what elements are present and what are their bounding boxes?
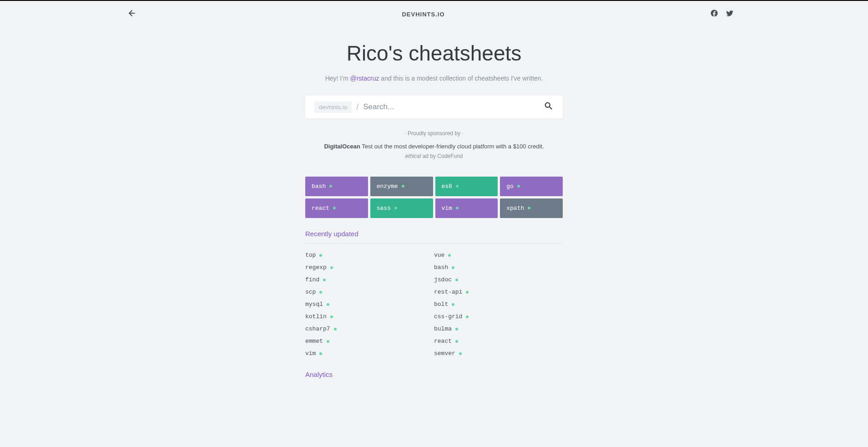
- recent-item-find[interactable]: find: [305, 274, 434, 286]
- status-dot-icon: [333, 207, 336, 209]
- recent-item-label: semver: [434, 350, 455, 357]
- search-input[interactable]: [363, 102, 544, 112]
- status-dot-icon: [329, 185, 332, 188]
- recent-item-label: vue: [434, 252, 444, 259]
- recent-item-vim[interactable]: vim: [305, 347, 434, 360]
- status-dot-icon: [456, 185, 459, 188]
- section-recently-updated: Recently updated: [305, 230, 563, 244]
- page-subtitle: Hey! I'm @rstacruz and this is a modest …: [305, 75, 563, 82]
- recent-item-regexp[interactable]: regexp: [305, 261, 434, 274]
- featured-tile-label: es6: [442, 183, 452, 190]
- featured-tile-go[interactable]: go: [500, 177, 563, 196]
- search-box: devhints.io /: [305, 96, 563, 118]
- recent-item-emmet[interactable]: emmet: [305, 335, 434, 347]
- featured-tile-xpath[interactable]: xpath: [500, 198, 563, 218]
- section-analytics: Analytics: [305, 371, 563, 378]
- status-dot-icon: [334, 328, 337, 330]
- status-dot-icon: [330, 315, 333, 318]
- search-slash: /: [356, 102, 358, 112]
- status-dot-icon: [448, 254, 451, 257]
- recent-item-scp[interactable]: scp: [305, 286, 434, 298]
- status-dot-icon: [452, 303, 454, 306]
- recent-item-jsdoc[interactable]: jsdoc: [434, 274, 563, 286]
- status-dot-icon: [459, 352, 462, 355]
- featured-tile-label: xpath: [506, 205, 524, 212]
- recent-item-label: rest-api: [434, 289, 462, 295]
- recent-item-react[interactable]: react: [434, 335, 563, 347]
- featured-tile-es6[interactable]: es6: [435, 177, 498, 196]
- recent-item-css-grid[interactable]: css-grid: [434, 310, 563, 323]
- status-dot-icon: [330, 266, 333, 269]
- featured-tile-react[interactable]: react: [305, 198, 368, 218]
- site-logo[interactable]: DEVHINTS.IO: [402, 11, 444, 18]
- status-dot-icon: [327, 303, 329, 306]
- recent-item-label: top: [305, 252, 316, 259]
- recent-item-label: bash: [434, 264, 448, 271]
- author-link[interactable]: @rstacruz: [350, 75, 379, 82]
- recent-item-rest-api[interactable]: rest-api: [434, 286, 563, 298]
- status-dot-icon: [394, 207, 397, 209]
- recent-item-label: css-grid: [434, 313, 462, 320]
- recent-item-label: mysql: [305, 301, 323, 308]
- twitter-icon[interactable]: [726, 9, 734, 19]
- recent-item-label: bolt: [434, 301, 448, 308]
- status-dot-icon: [455, 340, 458, 343]
- recent-item-vue[interactable]: vue: [434, 249, 563, 261]
- featured-tile-enzyme[interactable]: enzyme: [370, 177, 433, 196]
- featured-tile-label: vim: [442, 205, 452, 212]
- recent-item-label: bulma: [434, 325, 452, 332]
- recent-item-mysql[interactable]: mysql: [305, 298, 434, 310]
- recent-item-label: find: [305, 276, 319, 283]
- status-dot-icon: [327, 340, 329, 343]
- featured-tile-bash[interactable]: bash: [305, 177, 368, 196]
- status-dot-icon: [466, 291, 469, 294]
- recent-item-bash[interactable]: bash: [434, 261, 563, 274]
- status-dot-icon: [323, 279, 326, 281]
- recent-item-label: scp: [305, 289, 316, 295]
- status-dot-icon: [319, 254, 322, 257]
- featured-tile-label: sass: [377, 205, 391, 212]
- status-dot-icon: [452, 266, 454, 269]
- recent-item-label: emmet: [305, 338, 323, 345]
- recent-grid: topregexpfindscpmysqlkotlincsharp7emmetv…: [305, 249, 563, 360]
- recent-item-csharp7[interactable]: csharp7: [305, 323, 434, 335]
- recent-item-top[interactable]: top: [305, 249, 434, 261]
- search-prefix: devhints.io: [314, 102, 352, 113]
- back-arrow-icon[interactable]: [127, 9, 136, 20]
- featured-tile-label: react: [312, 205, 329, 212]
- featured-tile-label: enzyme: [377, 183, 398, 190]
- status-dot-icon: [319, 291, 322, 294]
- featured-tile-label: bash: [312, 183, 326, 190]
- facebook-icon[interactable]: [710, 9, 718, 19]
- featured-tile-sass[interactable]: sass: [370, 198, 433, 218]
- featured-tile-label: go: [506, 183, 514, 190]
- sponsor-line: · Proudly sponsored by ·: [305, 130, 563, 137]
- top-nav: DEVHINTS.IO: [0, 1, 868, 27]
- status-dot-icon: [455, 328, 458, 330]
- recent-item-label: vim: [305, 350, 316, 357]
- recent-item-label: regexp: [305, 264, 327, 271]
- status-dot-icon: [319, 352, 322, 355]
- sponsor-ethical[interactable]: ethical ad by CodeFund: [305, 153, 563, 159]
- status-dot-icon: [456, 207, 459, 209]
- recent-item-semver[interactable]: semver: [434, 347, 563, 360]
- recent-item-label: csharp7: [305, 325, 330, 332]
- status-dot-icon: [455, 279, 458, 281]
- status-dot-icon: [528, 207, 530, 209]
- recent-item-label: kotlin: [305, 313, 327, 320]
- status-dot-icon: [466, 315, 469, 318]
- sponsor-text[interactable]: DigitalOcean Test out the most developer…: [305, 142, 563, 151]
- sponsor-section: · Proudly sponsored by · DigitalOcean Te…: [305, 130, 563, 159]
- recent-item-kotlin[interactable]: kotlin: [305, 310, 434, 323]
- recent-item-bolt[interactable]: bolt: [434, 298, 563, 310]
- page-title: Rico's cheatsheets: [305, 41, 563, 66]
- recent-item-label: jsdoc: [434, 276, 452, 283]
- recent-item-label: react: [434, 338, 452, 345]
- featured-grid: bashenzymees6goreactsassvimxpath: [305, 177, 563, 218]
- search-icon[interactable]: [544, 101, 554, 113]
- status-dot-icon: [517, 185, 520, 188]
- status-dot-icon: [402, 185, 404, 188]
- featured-tile-vim[interactable]: vim: [435, 198, 498, 218]
- recent-item-bulma[interactable]: bulma: [434, 323, 563, 335]
